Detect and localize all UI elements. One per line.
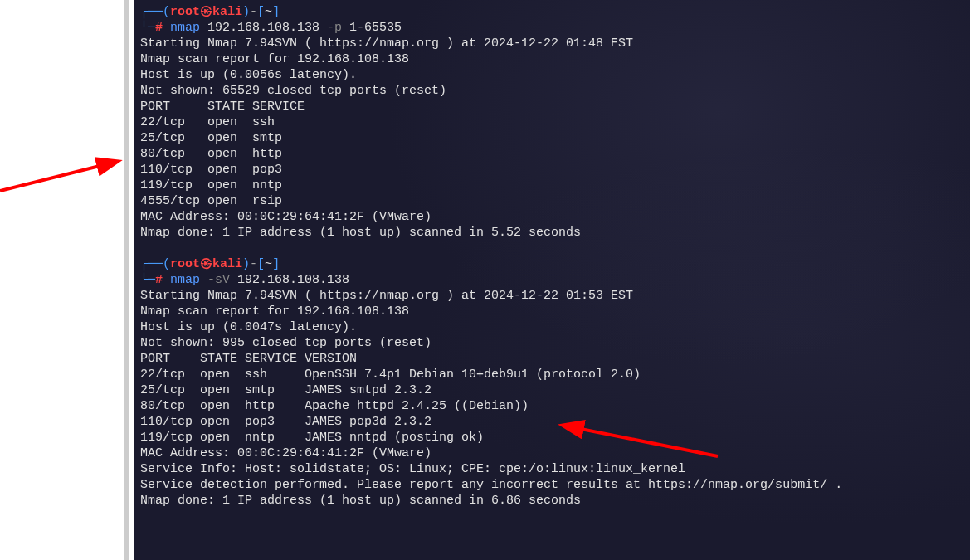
- at-symbol-icon: ㉿: [200, 5, 212, 19]
- at-symbol-icon: ㉿: [200, 257, 212, 271]
- output-line: 110/tcp open pop3: [140, 162, 963, 178]
- box-draw-icon: ┌──: [140, 5, 163, 19]
- output-line: Host is up (0.0047s latency).: [140, 319, 963, 335]
- cwd: ~: [265, 257, 272, 271]
- box-draw-icon: ┌──: [140, 257, 163, 271]
- prompt-line-cmd-2: └─# nmap -sV 192.168.108.138: [140, 272, 963, 288]
- output-line: MAC Address: 00:0C:29:64:41:2F (VMware): [140, 446, 963, 461]
- output-line: 110/tcp open pop3 JAMES pop3d 2.3.2: [140, 414, 963, 430]
- box-draw-bottom-icon: └─: [140, 21, 155, 35]
- blank-line: [140, 241, 963, 256]
- command-name: nmap: [170, 21, 200, 35]
- terminal-window[interactable]: ┌──(root㉿kali)-[~] └─# nmap 192.168.108.…: [134, 0, 970, 560]
- output-line: MAC Address: 00:0C:29:64:41:2F (VMware): [140, 209, 963, 225]
- output-line: Service detection performed. Please repo…: [140, 477, 963, 493]
- prompt-line-cmd-1: └─# nmap 192.168.108.138 -p 1-65535: [140, 20, 963, 36]
- output-line: 80/tcp open http: [140, 146, 963, 162]
- command-name: nmap: [170, 273, 200, 287]
- command-flag: -p: [327, 21, 342, 35]
- output-line: Nmap scan report for 192.168.108.138: [140, 304, 963, 319]
- output-line: 25/tcp open smtp JAMES smtpd 2.3.2: [140, 382, 963, 398]
- output-line: 22/tcp open ssh OpenSSH 7.4p1 Debian 10+…: [140, 367, 963, 382]
- output-line: Not shown: 65529 closed tcp ports (reset…: [140, 83, 963, 99]
- divider-bar: [124, 0, 129, 560]
- bracket-close: ]: [272, 5, 280, 19]
- hash-prompt: #: [155, 273, 163, 287]
- hostname: kali: [212, 257, 242, 271]
- output-line: 119/tcp open nntp JAMES nntpd (posting o…: [140, 430, 963, 446]
- prompt-line-top-2: ┌──(root㉿kali)-[~]: [140, 256, 963, 272]
- output-line: PORT STATE SERVICE VERSION: [140, 351, 963, 367]
- paren-open: (: [163, 5, 170, 19]
- output-line: Starting Nmap 7.94SVN ( https://nmap.org…: [140, 36, 963, 51]
- command-args: 192.168.108.138: [230, 273, 349, 287]
- paren-close: ): [242, 257, 250, 271]
- output-line: Nmap scan report for 192.168.108.138: [140, 51, 963, 67]
- bracket-open: [: [257, 5, 265, 19]
- dash: -: [250, 5, 257, 19]
- output-line: 25/tcp open smtp: [140, 130, 963, 146]
- bracket-open: [: [257, 257, 265, 271]
- left-margin: [0, 0, 134, 560]
- output-line: Service Info: Host: solidstate; OS: Linu…: [140, 461, 963, 477]
- user: root: [170, 257, 200, 271]
- command-args: 1-65535: [342, 21, 402, 35]
- box-draw-bottom-icon: └─: [140, 273, 155, 287]
- output-line: Nmap done: 1 IP address (1 host up) scan…: [140, 225, 963, 241]
- command-flag: -sV: [200, 273, 230, 287]
- output-line: Starting Nmap 7.94SVN ( https://nmap.org…: [140, 288, 963, 304]
- hash-prompt: #: [155, 21, 163, 35]
- paren-open: (: [163, 257, 170, 271]
- cwd: ~: [265, 5, 272, 19]
- output-line: Nmap done: 1 IP address (1 host up) scan…: [140, 493, 963, 509]
- user: root: [170, 5, 200, 19]
- output-line: 119/tcp open nntp: [140, 178, 963, 193]
- hostname: kali: [212, 5, 242, 19]
- output-line: PORT STATE SERVICE: [140, 99, 963, 114]
- output-line: Not shown: 995 closed tcp ports (reset): [140, 335, 963, 351]
- paren-close: ): [242, 5, 250, 19]
- output-line: Host is up (0.0056s latency).: [140, 67, 963, 83]
- command-block-2: ┌──(root㉿kali)-[~] └─# nmap -sV 192.168.…: [140, 256, 963, 509]
- output-line: 80/tcp open http Apache httpd 2.4.25 ((D…: [140, 398, 963, 414]
- command-block-1: ┌──(root㉿kali)-[~] └─# nmap 192.168.108.…: [140, 4, 963, 241]
- command-target: 192.168.108.138: [200, 21, 327, 35]
- bracket-close: ]: [272, 257, 280, 271]
- output-line: 4555/tcp open rsip: [140, 193, 963, 209]
- output-line: 22/tcp open ssh: [140, 114, 963, 130]
- dash: -: [250, 257, 257, 271]
- prompt-line-top-1: ┌──(root㉿kali)-[~]: [140, 4, 963, 20]
